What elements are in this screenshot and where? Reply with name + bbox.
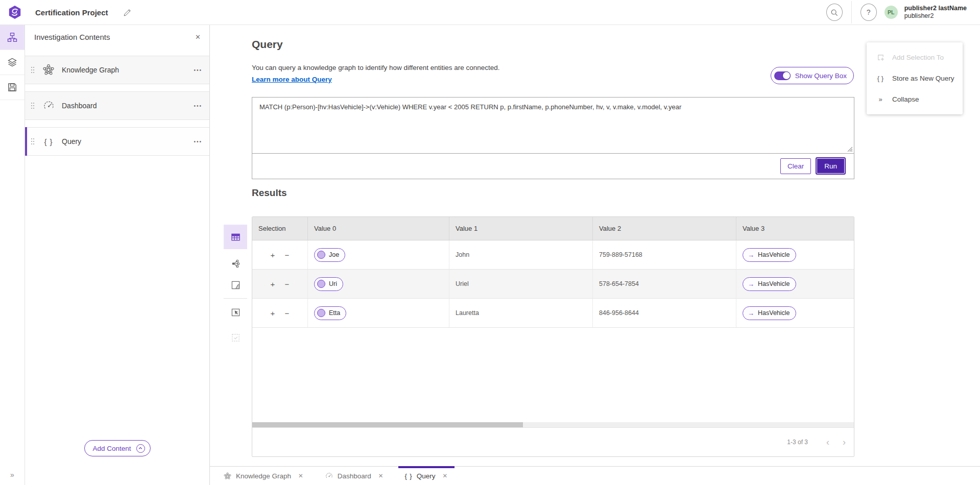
pagination-range: 1-3 of 3 — [787, 439, 808, 446]
drag-handle-icon[interactable] — [31, 138, 35, 145]
entity-chip[interactable]: Etta — [314, 306, 346, 320]
query-button-row: Clear Run — [252, 154, 854, 178]
add-to-selection-button[interactable]: + — [267, 309, 278, 318]
map-select-view-button[interactable] — [224, 302, 247, 322]
tab-label: Dashboard — [338, 472, 371, 480]
menu-item-store-as-new-query[interactable]: { } Store as New Query — [867, 68, 963, 89]
query-page: Query You can query a knowledge graph to… — [210, 25, 980, 466]
remove-from-selection-button[interactable]: − — [281, 251, 293, 259]
edit-title-button[interactable] — [121, 6, 134, 19]
network-view-icon — [231, 259, 241, 269]
user-menu[interactable]: publisher2 lastName publisher2 — [904, 5, 980, 20]
tab-dashboard[interactable]: Dashboard ✕ — [319, 467, 391, 485]
table-footer: 1-3 of 3 ‹ › — [252, 427, 854, 456]
value0-cell: Etta — [307, 299, 449, 327]
table-view-icon — [231, 232, 241, 242]
question-mark-icon: ? — [867, 8, 871, 16]
column-header-value1[interactable]: Value 1 — [449, 217, 592, 240]
learn-more-link[interactable]: Learn more about Query — [252, 76, 332, 83]
tab-query[interactable]: { } Query ✕ — [398, 467, 455, 485]
clear-button[interactable]: Clear — [780, 158, 811, 174]
drag-handle-icon[interactable] — [31, 66, 35, 74]
table-row: + − Etta Lauretta 846-956-8644 → HasVehi… — [252, 299, 854, 328]
add-content-button[interactable]: Add Content — [84, 440, 150, 456]
map-cursor-icon — [231, 307, 241, 317]
previous-page-button: ‹ — [826, 438, 829, 447]
next-page-button: › — [843, 438, 846, 447]
value1-cell: John — [449, 240, 592, 269]
content-item-query[interactable]: { } Query ••• — [25, 127, 209, 156]
expand-rail-button[interactable]: » — [0, 471, 25, 479]
close-tab-button[interactable]: ✕ — [297, 471, 304, 480]
column-header-value0[interactable]: Value 0 — [307, 217, 449, 240]
tab-knowledge-graph[interactable]: Knowledge Graph ✕ — [217, 467, 310, 485]
value3-cell: → HasVehicle — [736, 240, 854, 269]
column-header-value3[interactable]: Value 3 — [736, 217, 854, 240]
entity-chip[interactable]: Uri — [314, 277, 343, 291]
braces-icon: { } — [404, 472, 412, 480]
rail-item-layers[interactable] — [0, 50, 25, 75]
show-query-box-toggle[interactable]: Show Query Box — [771, 67, 854, 84]
close-panel-button[interactable]: ✕ — [193, 31, 203, 43]
add-to-selection-button[interactable]: + — [267, 280, 278, 288]
entity-chip[interactable]: Joe — [314, 248, 345, 262]
value1-cell: Lauretta — [449, 299, 592, 327]
relation-chip[interactable]: → HasVehicle — [743, 277, 796, 291]
item-overflow-menu-button[interactable]: ••• — [192, 137, 204, 147]
menu-item-collapse[interactable]: » Collapse — [867, 89, 963, 110]
close-tab-button[interactable]: ✕ — [377, 471, 385, 480]
selection-cell: + − — [252, 299, 307, 327]
network-view-button[interactable] — [224, 253, 247, 274]
map-view-icon — [231, 280, 241, 290]
relation-chip[interactable]: → HasVehicle — [743, 248, 796, 262]
value0-cell: Uri — [307, 270, 449, 298]
table-row: + − Joe John 759-889-57168 → HasVehicle — [252, 240, 854, 270]
search-button[interactable] — [826, 4, 843, 21]
query-box-panel: MATCH (p:Person)-[hv:HasVehicle]->(v:Veh… — [252, 97, 854, 179]
user-avatar[interactable]: PL — [885, 6, 898, 19]
entity-chip-label: Joe — [329, 251, 339, 258]
table-view-button[interactable] — [224, 225, 247, 249]
add-selection-icon — [875, 53, 886, 62]
run-button[interactable]: Run — [817, 158, 845, 174]
column-header-value2[interactable]: Value 2 — [592, 217, 736, 240]
add-to-selection-button[interactable]: + — [267, 251, 278, 259]
rail-item-save[interactable] — [0, 75, 25, 100]
selection-cell: + − — [252, 240, 307, 269]
drag-handle-icon[interactable] — [31, 102, 35, 109]
content-item-knowledge-graph[interactable]: Knowledge Graph ••• — [25, 56, 209, 84]
top-bar: Certification Project ? PL publisher2 la… — [0, 0, 980, 25]
view-rail-divider — [224, 298, 247, 299]
scrollbar-thumb[interactable] — [252, 422, 523, 427]
horizontal-scrollbar[interactable] — [252, 422, 854, 427]
remove-from-selection-button[interactable]: − — [281, 280, 293, 288]
help-button[interactable]: ? — [861, 4, 877, 21]
investigation-contents-panel: Investigation Contents ✕ Knowledge Graph… — [25, 25, 210, 485]
project-title: Certification Project — [35, 8, 108, 17]
arrow-right-icon: → — [748, 280, 754, 288]
query-input[interactable]: MATCH (p:Person)-[hv:HasVehicle]->(v:Veh… — [252, 98, 854, 154]
remove-from-selection-button[interactable]: − — [281, 309, 293, 318]
relation-chip[interactable]: → HasVehicle — [743, 306, 796, 320]
value0-cell: Joe — [307, 240, 449, 269]
column-header-selection[interactable]: Selection — [252, 217, 307, 240]
arrow-right-icon: → — [748, 251, 754, 259]
content-item-dashboard[interactable]: Dashboard ••• — [25, 91, 209, 120]
contents-header: Investigation Contents ✕ — [25, 25, 209, 48]
close-tab-button[interactable]: ✕ — [441, 471, 448, 480]
content-item-label: Query — [62, 137, 192, 146]
rail-item-contents[interactable] — [0, 25, 25, 50]
resize-handle-icon[interactable] — [847, 147, 853, 152]
tab-label: Query — [417, 472, 436, 480]
map-view-button[interactable] — [224, 275, 247, 295]
item-overflow-menu-button[interactable]: ••• — [192, 65, 204, 75]
results-title: Results — [252, 187, 287, 199]
contents-panel-title: Investigation Contents — [34, 33, 193, 41]
entity-chip-label: Etta — [329, 309, 340, 317]
tab-label: Knowledge Graph — [236, 472, 291, 480]
selection-actions-menu: Add Selection To { } Store as New Query … — [867, 42, 963, 114]
item-overflow-menu-button[interactable]: ••• — [192, 101, 204, 111]
toggle-switch-icon — [774, 71, 791, 80]
entity-chip-label: Uri — [329, 280, 337, 287]
layers-icon — [7, 57, 17, 67]
